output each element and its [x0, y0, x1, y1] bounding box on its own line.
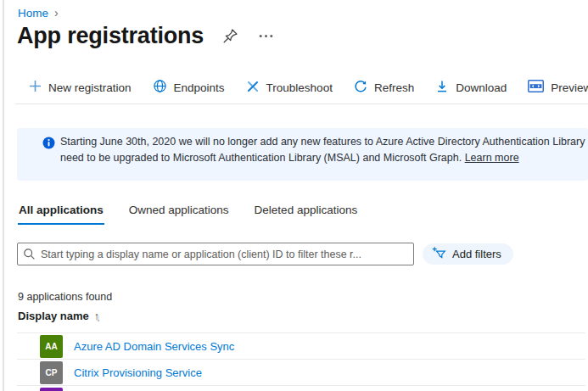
- troubleshoot-button[interactable]: Troubleshoot: [246, 80, 333, 96]
- filter-add-icon: [432, 246, 446, 262]
- column-header-display-name[interactable]: Display name ↑ ↓: [18, 310, 101, 322]
- plus-icon: [29, 80, 42, 95]
- toolbar-label: Preview features: [551, 81, 588, 94]
- column-header-label: Display name: [18, 310, 89, 322]
- search-box: [17, 243, 414, 265]
- pane-left-border: [3, 0, 4, 391]
- avatar: CP: [40, 361, 63, 384]
- table-row[interactable]: AA Azure AD Domain Services Sync: [17, 332, 585, 359]
- applications-list: AA Azure AD Domain Services Sync CP Citr…: [17, 332, 585, 391]
- download-button[interactable]: Download: [435, 80, 507, 96]
- sort-descending-icon: ↓: [96, 312, 101, 324]
- app-name-link[interactable]: Azure AD Domain Services Sync: [74, 333, 234, 360]
- avatar: AA: [40, 335, 63, 358]
- results-count: 9 applications found: [18, 291, 112, 303]
- banner-text: Starting June 30th, 2020 we will no long…: [60, 134, 588, 166]
- tools-icon: [246, 80, 260, 96]
- tab-deleted-applications[interactable]: Deleted applications: [254, 204, 359, 225]
- breadcrumb-home-link[interactable]: Home: [18, 7, 48, 20]
- refresh-icon: [354, 80, 367, 96]
- refresh-button[interactable]: Refresh: [354, 80, 414, 96]
- tab-bar: All applications Owned applications Dele…: [18, 204, 358, 225]
- new-registration-button[interactable]: New registration: [29, 80, 132, 95]
- command-bar: New registration Endpoints Troubleshoot …: [29, 79, 588, 96]
- download-icon: [435, 80, 449, 96]
- table-row[interactable]: [17, 385, 585, 391]
- avatar: [40, 388, 63, 391]
- page-title: App registrations: [17, 23, 204, 49]
- endpoints-button[interactable]: Endpoints: [153, 79, 225, 96]
- toolbar-divider: [15, 103, 588, 104]
- toolbar-label: Download: [456, 81, 507, 94]
- pin-icon[interactable]: [221, 26, 240, 46]
- page-header: App registrations: [17, 23, 275, 49]
- table-row[interactable]: CP Citrix Provisioning Service: [17, 359, 585, 385]
- preview-features-button[interactable]: Preview features: [528, 80, 588, 95]
- chevron-right-icon: ›: [54, 6, 59, 20]
- search-input[interactable]: [17, 243, 414, 265]
- globe-icon: [153, 79, 167, 96]
- toolbar-label: Troubleshoot: [266, 81, 333, 94]
- info-icon: [42, 137, 55, 153]
- breadcrumb: Home ›: [18, 6, 59, 20]
- app-name-link[interactable]: Citrix Provisioning Service: [74, 360, 202, 386]
- learn-more-link[interactable]: Learn more: [465, 152, 519, 164]
- add-filters-label: Add filters: [452, 248, 501, 260]
- add-filters-button[interactable]: Add filters: [423, 243, 513, 265]
- toolbar-label: Endpoints: [174, 81, 225, 94]
- banner-line1: Starting June 30th, 2020 we will no long…: [60, 134, 588, 150]
- search-icon: [23, 248, 36, 260]
- info-banner: Starting June 30th, 2020 we will no long…: [17, 128, 588, 181]
- more-options-icon[interactable]: [257, 32, 275, 40]
- preview-window-icon: [528, 80, 544, 95]
- banner-line2: need to be upgraded to Microsoft Authent…: [60, 150, 588, 166]
- toolbar-label: New registration: [48, 81, 132, 94]
- tab-all-applications[interactable]: All applications: [18, 204, 104, 225]
- toolbar-label: Refresh: [374, 81, 414, 94]
- tab-owned-applications[interactable]: Owned applications: [128, 204, 230, 225]
